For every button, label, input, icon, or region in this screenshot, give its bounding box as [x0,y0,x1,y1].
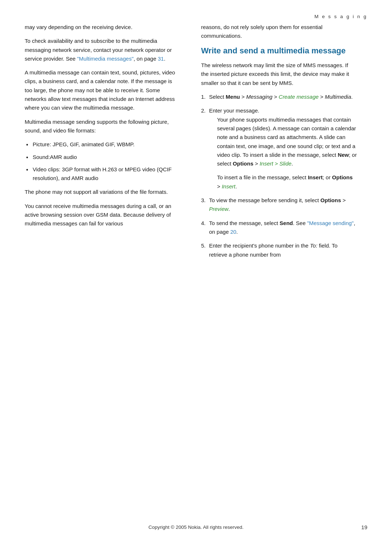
insert-label: Insert [308,174,323,180]
step-1-create: Create message [279,94,319,100]
header-label: M e s s a g i n g [314,14,367,19]
step-4: 4. To send the message, select Send. See… [201,219,357,237]
preview-label: Preview [209,206,228,212]
step-1-multimedia: Multimedia [325,94,351,100]
page-footer: Copyright © 2005 Nokia. All rights reser… [0,524,392,530]
insert-label-2: Insert [222,183,236,189]
step-1-num: 1. [201,93,206,101]
bullet-list: Picture: JPEG, GIF, animated GIF, WBMP. … [25,140,181,183]
bullet-item-3: Video clips: 3GP format with H.263 or MP… [25,165,181,183]
page-20-link[interactable]: 20 [230,229,236,235]
step-2-sub1: Your phone supports multimedia messages … [217,115,357,191]
copyright-text: Copyright © 2005 Nokia. All rights reser… [148,524,244,530]
step-3-text: To view the message before sending it, s… [209,197,346,212]
left-para2-text2: , on page [134,56,158,62]
step-5: 5. Enter the recipient's phone number in… [201,241,357,259]
step-2-text: Enter your message. [209,107,259,114]
message-sending-link[interactable]: "Message sending" [307,220,354,226]
left-para3: A multimedia message can contain text, s… [25,68,181,112]
left-para6: You cannot receive multimedia messages d… [25,202,181,228]
step-3-num: 3. [201,196,206,205]
step-1: 1. Select Menu > Messaging > Create mess… [201,93,357,101]
left-para2: To check availability and to subscribe t… [25,37,181,63]
step-2-num: 2. [201,106,206,115]
step-1-text: Select Menu > Messaging > Create message… [209,94,353,100]
step-2: 2. Enter your message. Your phone suppor… [201,106,357,191]
content-area: may vary depending on the receiving devi… [0,23,392,264]
left-para2-text3: . [164,56,165,62]
left-para4: Multimedia message sending supports the … [25,118,181,135]
step-4-text: To send the message, select Send. See "M… [209,220,355,235]
section-heading: Write and send a multimedia message [201,46,357,56]
step-4-num: 4. [201,219,206,228]
left-para5: The phone may not support all variations… [25,188,181,196]
step-2-sub2-para: To insert a file in the message, select … [217,173,357,191]
step-5-text: Enter the recipient's phone number in th… [209,242,338,257]
options-label-3: Options [320,197,341,203]
step-3: 3. To view the message before sending it… [201,196,357,214]
bullet-item-2: Sound:AMR audio [25,153,181,162]
right-column: reasons, do not rely solely upon them fo… [201,23,357,264]
insert-slide-label: Insert > Slide [260,160,291,167]
numbered-list: 1. Select Menu > Messaging > Create mess… [201,93,357,259]
left-column: may vary depending on the receiving devi… [25,23,181,264]
send-label: Send [279,220,293,226]
options-label-1: Options [233,160,253,167]
page-header: M e s s a g i n g [0,0,392,23]
right-para1: reasons, do not rely solely upon them fo… [201,23,357,41]
bullet-item-1: Picture: JPEG, GIF, animated GIF, WBMP. [25,140,181,149]
page-number: 19 [361,524,367,530]
page: M e s s a g i n g may vary depending on … [0,0,392,543]
right-para2: The wireless network may limit the size … [201,61,357,87]
left-para1: may vary depending on the receiving devi… [25,23,181,32]
options-label-2: Options [332,174,353,180]
multimedia-messages-link[interactable]: "Multimedia messages" [77,56,134,62]
step-1-menu: Menu [226,94,240,100]
step-5-num: 5. [201,241,206,250]
step-1-messaging: Messaging [246,94,273,100]
new-label: New [338,152,349,158]
page-31-link[interactable]: 31 [158,56,164,62]
to-field-label: To: [310,242,317,249]
step-2-sub1-para: Your phone supports multimedia messages … [217,115,357,168]
